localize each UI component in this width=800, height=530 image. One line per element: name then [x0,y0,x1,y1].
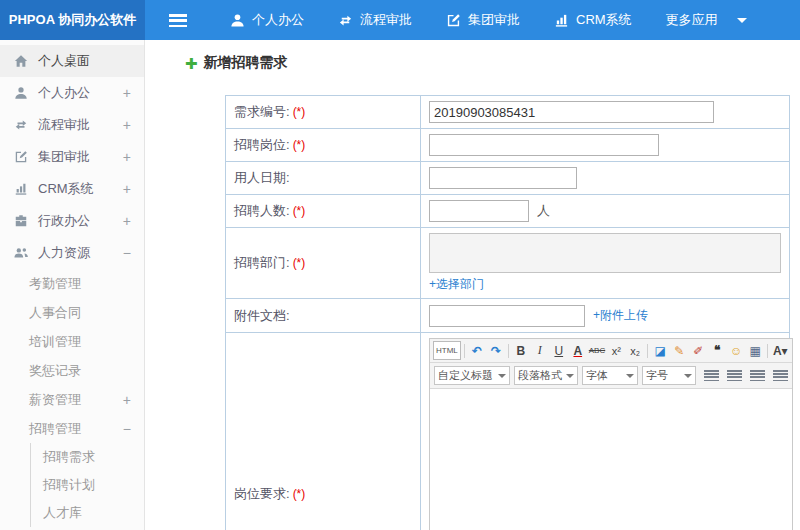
menu-toggle-button[interactable] [155,0,201,40]
html-source-button[interactable]: HTML [433,341,461,360]
caret-down-icon[interactable] [737,18,747,28]
sidebar-item-attendance-management[interactable]: 考勤管理 [0,269,144,298]
form-row-position: 招聘岗位: (*) [226,129,789,162]
sidebar-item-personnel-contract[interactable]: 人事合同 [0,298,144,327]
font-size-dropdown[interactable]: 字号 [642,366,696,385]
field-label: 需求编号: (*) [226,96,421,128]
sidebar-item-admin-office[interactable]: 行政办公 + [0,205,144,237]
editor-content-area[interactable] [430,389,792,530]
label-text: 岗位要求: [234,485,290,503]
sidebar-item-personal-office[interactable]: 个人办公 + [0,77,144,109]
eraser-button[interactable]: ◪ [651,341,669,360]
subscript-button[interactable]: x₂ [626,341,644,360]
form-row-demand-number: 需求编号: (*) [226,96,789,129]
field-label: 用人日期: [226,162,421,194]
sidebar-item-label: 行政办公 [38,212,90,230]
sidebar-item-label: 培训管理 [29,333,81,351]
sidebar-item-label: 招聘需求 [43,448,95,466]
field-value: +附件上传 [421,299,789,332]
italic-button[interactable]: I [531,341,549,360]
field-label: 招聘人数: (*) [226,195,421,227]
field-value [421,129,789,161]
label-text: 招聘人数: [234,202,290,220]
text-color-button[interactable]: A▾ [771,341,789,360]
headcount-input[interactable] [429,200,529,222]
emoticon-button[interactable]: ☺ [727,341,745,360]
format-painter-button[interactable]: ✎ [670,341,688,360]
nav-personal-office[interactable]: 个人办公 [213,0,321,40]
nav-more-apps[interactable]: 更多应用 [649,0,735,40]
font-color-button[interactable]: A [569,341,587,360]
required-mark: (*) [293,204,306,218]
demand-number-input[interactable] [429,101,714,123]
expand-icon[interactable]: + [123,392,131,408]
sidebar-item-group-approval[interactable]: 集团审批 + [0,141,144,173]
department-textarea[interactable] [429,233,781,273]
briefcase-icon [14,214,30,228]
field-value: 人 [421,195,789,227]
sidebar-item-salary-management[interactable]: 薪资管理 + [0,385,144,414]
editor-toolbar-row2: 自定义标题 段落格式 字体 [430,363,792,389]
sidebar-item-label: 集团审批 [38,148,90,166]
sidebar: 个人桌面 个人办公 + 流程审批 + 集团审批 [0,40,145,530]
expand-icon[interactable]: + [123,181,131,197]
toolbar-separator [647,344,648,358]
position-input[interactable] [429,134,659,156]
superscript-button[interactable]: x² [607,341,625,360]
undo-button[interactable]: ↶ [468,341,486,360]
bold-button[interactable]: B [512,341,530,360]
attachment-input[interactable] [429,305,585,327]
sidebar-item-human-resources[interactable]: 人力资源 − [0,237,144,269]
nav-crm-system[interactable]: CRM系统 [537,0,649,40]
expand-icon[interactable]: + [123,85,131,101]
sidebar-item-training-management[interactable]: 培训管理 [0,327,144,356]
collapse-icon[interactable]: − [123,245,131,261]
sidebar-item-recruitment-management[interactable]: 招聘管理 − [0,414,144,443]
strikethrough-button[interactable]: ABC [588,341,606,360]
underline-button[interactable]: U [550,341,568,360]
sidebar-item-personal-desktop[interactable]: 个人桌面 [0,45,144,77]
sidebar-item-process-approval[interactable]: 流程审批 + [0,109,144,141]
align-right-icon[interactable] [750,370,765,381]
rich-text-editor: HTML ↶ ↷ B I U A ABC x² [429,338,793,530]
expand-icon[interactable]: + [123,149,131,165]
marker-button[interactable]: ✐ [689,341,707,360]
paragraph-format-dropdown[interactable]: 段落格式 [514,366,578,385]
select-department-link[interactable]: +选择部门 [429,276,484,293]
form-row-attachment: 附件文档: +附件上传 [226,299,789,333]
insert-table-button[interactable]: ▦ [746,341,764,360]
toolbar-separator [508,344,509,358]
page-header: ✚ 新增招聘需求 [185,54,800,72]
redo-button[interactable]: ↷ [487,341,505,360]
field-label: 招聘岗位: (*) [226,129,421,161]
sidebar-item-crm-system[interactable]: CRM系统 + [0,173,144,205]
nav-label: 流程审批 [360,11,412,29]
nav-label: 集团审批 [468,11,520,29]
align-left-icon[interactable] [704,370,719,381]
sidebar-item-label: 个人办公 [38,84,90,102]
sidebar-item-reward-punishment[interactable]: 奖惩记录 [0,356,144,385]
field-value [421,96,789,128]
align-center-icon[interactable] [727,370,742,381]
nav-process-approval[interactable]: 流程审批 [321,0,429,40]
upload-attachment-link[interactable]: +附件上传 [593,307,648,324]
sidebar-item-talent-pool[interactable]: 人才库 [31,499,144,527]
custom-heading-dropdown[interactable]: 自定义标题 [434,366,510,385]
align-justify-icon[interactable] [773,370,788,381]
field-value [421,162,789,194]
required-mark: (*) [293,487,306,501]
hire-date-input[interactable] [429,167,577,189]
sidebar-item-label: 人力资源 [38,244,90,262]
font-family-dropdown[interactable]: 字体 [582,366,638,385]
expand-icon[interactable]: + [123,117,131,133]
sidebar-item-recruitment-demand[interactable]: 招聘需求 [31,443,144,471]
edit-icon [14,150,30,164]
expand-icon[interactable]: + [123,213,131,229]
main-layout: 个人桌面 个人办公 + 流程审批 + 集团审批 [0,40,800,530]
sidebar-item-recruitment-plan[interactable]: 招聘计划 [31,471,144,499]
form-row-headcount: 招聘人数: (*) 人 [226,195,789,228]
nav-group-approval[interactable]: 集团审批 [429,0,537,40]
blockquote-button[interactable]: ❝ [708,341,726,360]
collapse-icon[interactable]: − [123,421,131,437]
users-icon [14,246,30,260]
